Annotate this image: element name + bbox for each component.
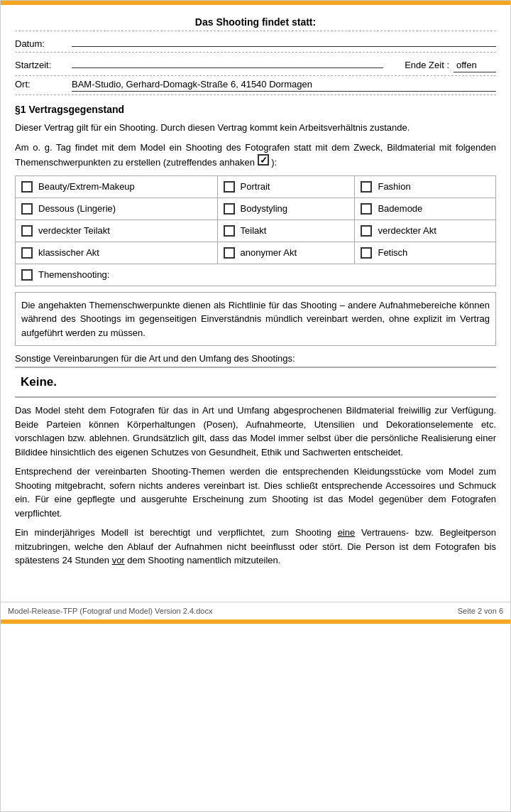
label-verdeckter-teilakt: verdeckter Teilakt — [38, 225, 110, 236]
checkbox-bademode[interactable] — [361, 203, 372, 215]
sonstige-section: Sonstige Vereinbarungen für die Art und … — [15, 353, 496, 364]
checked-box-icon — [258, 154, 269, 166]
checkbox-table: Beauty/Extrem-Makeup Portrait Fashion — [15, 175, 496, 286]
label-teilakt: Teilakt — [241, 225, 267, 236]
startzeit-label: Startzeit: — [15, 60, 72, 70]
ort-value: BAM-Studio, Gerhard-Domagk-Straße 6, 415… — [72, 79, 496, 92]
sonstige-label: Sonstige Vereinbarungen für die Art und … — [15, 353, 295, 364]
checkbox-verdeckter-akt[interactable] — [361, 225, 372, 237]
p3-underline2: vor — [112, 555, 125, 565]
label-portrait: Portrait — [241, 181, 270, 192]
endzeit-group: Ende Zeit : offen — [405, 60, 496, 72]
p3-underline1: eine — [338, 527, 356, 538]
label-verdeckter-akt: verdeckter Akt — [378, 225, 436, 236]
note-text: Die angehakten Themenschwerpunkte dienen… — [21, 298, 490, 340]
table-row: Dessous (Lingerie) Bodystyling Bademode — [16, 197, 496, 220]
checkbox-teilakt[interactable] — [224, 225, 235, 237]
table-cell: Portrait — [217, 175, 355, 197]
para2-text-end: ): — [271, 157, 277, 168]
footer-left: Model-Release-TFP (Fotograf und Model) V… — [8, 607, 212, 615]
table-cell: verdeckter Akt — [355, 220, 496, 242]
checkbox-anonymer-akt[interactable] — [224, 247, 235, 259]
paragraph-1: Dieser Vertrag gilt für ein Shooting. Du… — [15, 121, 496, 135]
checkbox-bodystyling[interactable] — [224, 203, 235, 215]
label-dessous: Dessous (Lingerie) — [38, 203, 116, 214]
datum-value — [72, 34, 496, 47]
table-cell: Bodystyling — [217, 197, 355, 220]
label-bademode: Bademode — [378, 203, 422, 214]
table-cell: verdeckter Teilakt — [16, 220, 218, 242]
startzeit-value — [72, 55, 383, 68]
checkbox-portrait[interactable] — [224, 181, 235, 193]
footer-right: Seite 2 von 6 — [458, 607, 503, 615]
p3-end: dem Shooting namentlich mitzuteilen. — [127, 555, 280, 565]
p3-start: Ein minderjähriges Modell ist berechtigt… — [15, 527, 331, 538]
table-cell: Bademode — [355, 197, 496, 220]
table-cell: klassischer Akt — [16, 242, 218, 264]
checkbox-themenshooting[interactable] — [21, 269, 33, 281]
section1-title: §1 Vertragsgegenstand — [15, 104, 496, 115]
label-themenshooting: Themenshooting: — [38, 269, 109, 280]
label-anonymer-akt: anonymer Akt — [241, 247, 297, 258]
checkbox-dessous[interactable] — [21, 203, 33, 215]
table-cell: Fashion — [355, 175, 496, 197]
long-paragraph-2: Entsprechend der vereinbarten Shooting-T… — [15, 465, 496, 520]
datum-label: Datum: — [15, 38, 72, 49]
label-fashion: Fashion — [378, 181, 410, 192]
para2-text-start: Am o. g. Tag findet mit dem Model ein Sh… — [15, 142, 496, 168]
checked-box-annotation — [258, 154, 269, 166]
checkbox-beauty[interactable] — [21, 181, 33, 193]
table-row: Beauty/Extrem-Makeup Portrait Fashion — [16, 175, 496, 197]
table-cell: Dessous (Lingerie) — [16, 197, 218, 220]
keine-box: Keine. — [15, 367, 496, 398]
label-bodystyling: Bodystyling — [241, 203, 287, 214]
endzeit-label: Ende Zeit : — [405, 60, 449, 70]
startzeit-row: Startzeit: Ende Zeit : offen — [15, 53, 496, 76]
footer: Model-Release-TFP (Fotograf und Model) V… — [1, 602, 510, 619]
note-box: Die angehakten Themenschwerpunkte dienen… — [15, 292, 496, 347]
endzeit-value: offen — [454, 60, 496, 72]
ort-label: Ort: — [15, 79, 72, 90]
header-title: Das Shooting findet statt: — [15, 12, 496, 31]
table-cell: anonymer Akt — [217, 242, 355, 264]
checkbox-fashion[interactable] — [361, 181, 372, 193]
themenshooting-row: Themenshooting: — [16, 264, 496, 286]
ort-row: Ort: BAM-Studio, Gerhard-Domagk-Straße 6… — [15, 76, 496, 95]
long-paragraph-1: Das Model steht dem Fotografen für das i… — [15, 404, 496, 459]
table-row: verdeckter Teilakt Teilakt verdeckter Ak… — [16, 220, 496, 242]
keine-text: Keine. — [21, 375, 57, 389]
table-row: klassischer Akt anonymer Akt Fetisch — [16, 242, 496, 264]
label-klassischer-akt: klassischer Akt — [38, 247, 99, 258]
page: Das Shooting findet statt: Datum: Startz… — [0, 0, 511, 812]
checkbox-verdeckter-teilakt[interactable] — [21, 225, 33, 237]
orange-bottom-bar — [1, 619, 510, 624]
long-paragraph-3: Ein minderjähriges Modell ist berechtigt… — [15, 526, 496, 568]
label-fetisch: Fetisch — [378, 247, 407, 258]
table-cell: Fetisch — [355, 242, 496, 264]
datum-row: Datum: — [15, 31, 496, 53]
themenshooting-cell: Themenshooting: — [16, 264, 496, 286]
paragraph-2: Am o. g. Tag findet mit dem Model ein Sh… — [15, 141, 496, 170]
table-cell: Teilakt — [217, 220, 355, 242]
label-beauty: Beauty/Extrem-Makeup — [38, 181, 135, 192]
checkbox-klassischer-akt[interactable] — [21, 247, 33, 259]
table-cell: Beauty/Extrem-Makeup — [16, 175, 218, 197]
checkbox-fetisch[interactable] — [361, 247, 372, 259]
